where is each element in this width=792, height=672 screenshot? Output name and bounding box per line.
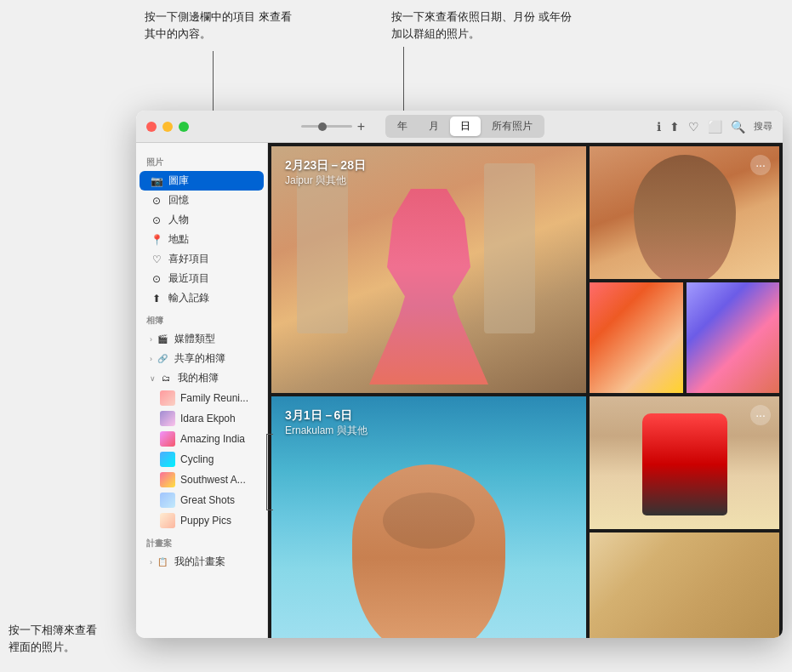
- sidebar-label-favorites: 喜好項目: [168, 252, 209, 266]
- sidebar: 照片 📷 圖庫 ⊙ 回憶 ⊙ 人物 📍 地點 ♡ 喜好項目 ⊙: [136, 143, 268, 638]
- sidebar-item-idara[interactable]: Idara Ekpoh: [140, 408, 264, 429]
- sidebar-label-library: 圖庫: [168, 174, 189, 188]
- ernakulam-location: Ernakulam 與其他: [285, 424, 368, 438]
- sidebar-label-my-albums: 我的相簿: [178, 371, 219, 385]
- tab-all-photos[interactable]: 所有照片: [481, 117, 543, 136]
- more-button-jaipur[interactable]: ···: [750, 155, 771, 175]
- sidebar-label-amazing-india: Amazing India: [180, 433, 245, 445]
- annotation-top-right: 按一下來查看依照日期、月份 或年份加以群組的照片。: [391, 9, 578, 42]
- sidebar-label-memories: 回憶: [168, 193, 189, 208]
- sidebar-item-imports[interactable]: ⬆ 輸入記錄: [140, 288, 264, 308]
- zoom-slider-area: +: [301, 119, 365, 134]
- photos-window: + 年 月 日 所有照片 ℹ ⬆ ♡ ⬜ 🔍 搜尋 照片 📷 圖庫: [136, 111, 783, 638]
- sidebar-item-family-reunion[interactable]: Family Reuni...: [140, 388, 264, 408]
- sidebar-label-great-shots: Great Shots: [180, 494, 235, 506]
- annotation-top-left: 按一下側邊欄中的項目 來查看其中的內容。: [145, 9, 298, 42]
- search-icon[interactable]: 🔍: [731, 120, 745, 134]
- favorite-icon[interactable]: ♡: [688, 120, 699, 134]
- share-icon[interactable]: ⬆: [669, 120, 680, 134]
- sidebar-item-great-shots[interactable]: Great Shots: [140, 490, 264, 510]
- sidebar-section-albums: 相簿: [136, 308, 267, 329]
- recent-icon: ⊙: [150, 272, 163, 286]
- jaipur-location: Jaipur 與其他: [285, 174, 366, 188]
- shared-icon: 🔗: [156, 352, 169, 366]
- sidebar-item-shared-albums[interactable]: › 🔗 共享的相簿: [140, 349, 264, 368]
- zoom-slider-thumb[interactable]: [318, 122, 327, 131]
- zoom-in-button[interactable]: +: [357, 119, 365, 134]
- sidebar-item-media-types[interactable]: › 🎬 媒體類型: [140, 329, 264, 349]
- crop-icon[interactable]: ⬜: [708, 120, 722, 134]
- ernakulam-right-col: ···: [590, 396, 779, 638]
- photo-portrait-woman[interactable]: ···: [590, 146, 779, 279]
- sidebar-item-recent[interactable]: ⊙ 最近項目: [140, 269, 264, 288]
- library-icon: 📷: [150, 174, 163, 188]
- traffic-lights: [146, 122, 189, 132]
- info-icon[interactable]: ℹ: [657, 120, 661, 134]
- portrait-face: [634, 155, 736, 279]
- sidebar-label-cycling: Cycling: [180, 453, 214, 465]
- photo-grid: 2月23日－28日 Jaipur 與其他 ···: [268, 143, 783, 638]
- close-button[interactable]: [146, 122, 157, 132]
- minimize-button[interactable]: [162, 122, 173, 132]
- thumb-southwest: [160, 472, 175, 487]
- sidebar-item-favorites[interactable]: ♡ 喜好項目: [140, 249, 264, 269]
- jaipur-date-range: 2月23日－28日: [285, 158, 366, 174]
- photo-row-ernakulam: 3月1日－6日 Ernakulam 與其他 ···: [271, 396, 779, 638]
- dancer-figure: [369, 189, 488, 384]
- jaipur-date-overlay: 2月23日－28日 Jaipur 與其他: [285, 158, 366, 188]
- favorites-icon: ♡: [150, 253, 163, 266]
- photo-action-shot[interactable]: ···: [590, 396, 779, 529]
- sidebar-item-memories[interactable]: ⊙ 回憶: [140, 191, 264, 210]
- zoom-slider[interactable]: [301, 125, 352, 128]
- media-types-icon: 🎬: [156, 333, 169, 346]
- tab-day[interactable]: 日: [450, 117, 481, 136]
- sidebar-item-southwest[interactable]: Southwest A...: [140, 470, 264, 490]
- chevron-my-albums-icon: ∨: [150, 374, 156, 383]
- photo-ernakulam[interactable]: 3月1日－6日 Ernakulam 與其他: [271, 396, 586, 638]
- sidebar-label-recent: 最近項目: [168, 271, 209, 286]
- photo-jaipur[interactable]: 2月23日－28日 Jaipur 與其他: [271, 146, 586, 393]
- sidebar-label-shared: 共享的相簿: [174, 351, 225, 366]
- sidebar-item-cycling[interactable]: Cycling: [140, 449, 264, 470]
- tab-year[interactable]: 年: [387, 117, 418, 136]
- sidebar-item-my-projects[interactable]: › 📋 我的計畫案: [140, 552, 264, 572]
- search-label: 搜尋: [754, 120, 772, 133]
- sidebar-label-people: 人物: [168, 213, 189, 227]
- sidebar-item-puppy-pics[interactable]: Puppy Pics: [140, 510, 264, 531]
- projects-icon: 📋: [156, 555, 169, 569]
- sidebar-label-puppy-pics: Puppy Pics: [180, 515, 231, 527]
- sidebar-section-projects: 計畫案: [136, 531, 267, 552]
- people-icon: ⊙: [150, 214, 163, 227]
- bracket-line: [266, 434, 273, 510]
- memories-icon: ⊙: [150, 194, 163, 208]
- sidebar-item-library[interactable]: 📷 圖庫: [140, 171, 264, 191]
- sidebar-item-amazing-india[interactable]: Amazing India: [140, 429, 264, 449]
- toolbar-right: ℹ ⬆ ♡ ⬜ 🔍 搜尋: [657, 120, 772, 134]
- sidebar-label-imports: 輸入記錄: [168, 291, 209, 305]
- photo-girl-door[interactable]: [687, 282, 780, 393]
- sidebar-label-media-types: 媒體類型: [174, 332, 215, 346]
- places-icon: 📍: [150, 233, 163, 247]
- imports-icon: ⬆: [150, 292, 163, 305]
- sidebar-item-my-albums[interactable]: ∨ 🗂 我的相簿: [140, 368, 264, 388]
- content-area: 照片 📷 圖庫 ⊙ 回憶 ⊙ 人物 📍 地點 ♡ 喜好項目 ⊙: [136, 143, 783, 638]
- chevron-media-icon: ›: [150, 335, 152, 344]
- thumb-family-reunion: [160, 390, 175, 406]
- sidebar-label-idara: Idara Ekpoh: [180, 413, 236, 424]
- sidebar-section-photos: 照片: [136, 150, 267, 171]
- photo-row-jaipur: 2月23日－28日 Jaipur 與其他 ···: [271, 146, 779, 393]
- photo-bottom-ernakulam[interactable]: [590, 532, 779, 638]
- sidebar-label-southwest: Southwest A...: [180, 474, 246, 486]
- sidebar-item-places[interactable]: 📍 地點: [140, 230, 264, 249]
- ernakulam-date-range: 3月1日－6日: [285, 408, 368, 424]
- chevron-projects-icon: ›: [150, 558, 152, 567]
- tab-month[interactable]: 月: [419, 117, 449, 136]
- sidebar-item-people[interactable]: ⊙ 人物: [140, 210, 264, 230]
- more-button-ernakulam[interactable]: ···: [750, 405, 771, 425]
- ernakulam-date-overlay: 3月1日－6日 Ernakulam 與其他: [285, 408, 368, 438]
- sidebar-label-places: 地點: [168, 232, 189, 247]
- thumb-cycling: [160, 452, 175, 467]
- toolbar-center: + 年 月 日 所有照片: [197, 115, 648, 138]
- photo-guy-goggles[interactable]: [590, 282, 683, 393]
- maximize-button[interactable]: [179, 122, 189, 132]
